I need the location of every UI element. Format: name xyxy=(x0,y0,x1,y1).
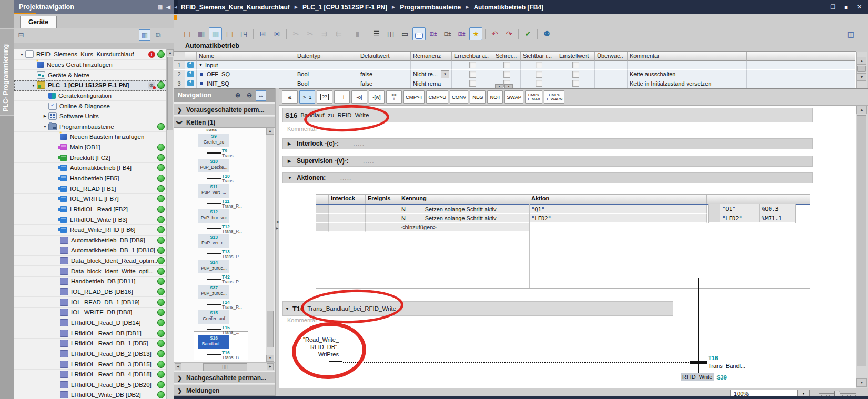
chain-vertical-scrollbar[interactable]: ▲ ▼ xyxy=(266,128,274,362)
kommentar-cell[interactable]: Kette ausschalten xyxy=(628,70,747,79)
defaultwert-cell[interactable]: false xyxy=(358,79,411,89)
breadcrumb-item[interactable]: Automatikbetrieb [FB4] xyxy=(473,4,543,11)
ladder-transition-name[interactable]: Trans_Bandl... xyxy=(708,363,745,369)
step-comment-placeholder[interactable]: Kommentar xyxy=(287,126,317,132)
contact-operand[interactable]: "Read_Write_ RFID_DB". WriPres xyxy=(279,336,339,358)
open-new-editor-icon[interactable]: ⧉ xyxy=(153,29,164,41)
tree-item[interactable]: IOL_WRITE_DB [DB8] xyxy=(14,308,167,318)
variable-row[interactable]: 3INIT_SQBoolfalseNicht remaKette in Init… xyxy=(174,79,856,89)
dropdown-arrow-icon[interactable]: ▼ xyxy=(441,70,449,78)
chain-step-s15[interactable]: S15Greifer_auf xyxy=(198,310,229,324)
expander-down-icon[interactable]: ▼ xyxy=(18,53,25,56)
tree-item[interactable]: IOL_READ_DB [DB16] xyxy=(14,287,167,298)
scrollbar-thumb[interactable] xyxy=(167,57,173,130)
variable-name-cell[interactable]: ▼Input xyxy=(197,61,295,70)
splitter-collapse-down-icon[interactable]: ▼ xyxy=(504,84,513,88)
section-supervision[interactable]: ▶ Supervision -(v)-: ..... xyxy=(282,156,813,167)
transition-header-t16[interactable]: ▼ T16 Trans_Bandlauf_bei_RFID_Write xyxy=(282,301,673,316)
section-aktionen[interactable]: ▼ Aktionen: ..... xyxy=(282,172,813,183)
target-step-name[interactable]: RFID_Write xyxy=(681,373,714,381)
details-view-icon[interactable]: ▦ xyxy=(139,29,150,41)
column-header-datentyp[interactable]: Datentyp xyxy=(295,52,358,61)
tree-item[interactable]: Geräte & Netze xyxy=(14,70,167,80)
chain-transition-t13[interactable]: T13Trans_P... xyxy=(174,249,266,260)
chain-step-s14[interactable]: S14PuP_zurüc... xyxy=(198,260,229,273)
column-header-sichtbar-i-[interactable]: Sichtbar i... xyxy=(521,52,557,61)
cmp-u-button[interactable]: CMP>U xyxy=(426,90,448,104)
column-header--berwac-[interactable]: Überwac.. xyxy=(595,52,628,61)
column-header-schrei-[interactable]: Schrei... xyxy=(493,52,521,61)
variable-name-cell[interactable]: INIT_SQ xyxy=(197,79,295,89)
chain-step-s10[interactable]: S10PuP_Decke... xyxy=(198,159,229,172)
open-all-networks-icon[interactable]: ◫ xyxy=(384,27,397,40)
know-how-protection-icon[interactable]: ⚉ xyxy=(540,27,553,40)
tree-item[interactable]: Main [OB1] xyxy=(14,142,167,153)
operand-row[interactable]: "Q1"%Q0.3 xyxy=(709,204,795,213)
previous-error-icon[interactable]: ↶ xyxy=(488,27,501,40)
checkbox[interactable] xyxy=(572,62,579,68)
expander-down-icon[interactable]: ▼ xyxy=(42,125,48,128)
transition-name[interactable]: Trans_Bandlauf_bei_RFID_Write xyxy=(307,305,396,312)
transition-comment-placeholder[interactable]: Kommentar xyxy=(287,317,317,323)
tree-item[interactable]: LRfidIOL_Write [FB3] xyxy=(14,214,167,225)
split-editor-space-icon[interactable]: ▤ xyxy=(180,27,194,40)
tree-item[interactable]: IOL_READ [FB1] xyxy=(14,183,167,194)
column-header-erreichbar-a-[interactable]: Erreichbar a.. xyxy=(452,52,493,61)
tree-item[interactable]: ▶Software Units xyxy=(14,111,167,122)
scroll-down-icon[interactable]: ▼ xyxy=(857,73,866,81)
tree-item[interactable]: LRfidIOL_Read_DB_3 [DB15] xyxy=(14,359,167,370)
tree-item[interactable]: LRfidIOL_Read_DB_2 [DB13] xyxy=(14,349,167,360)
conv-button[interactable]: CONV xyxy=(450,90,468,104)
task-card-icon[interactable]: ◫ xyxy=(847,29,855,39)
column-header-name[interactable]: Name xyxy=(197,52,295,61)
operand-row[interactable]: "LED2"%M71.1 xyxy=(709,213,795,223)
defaultwert-cell[interactable]: false xyxy=(358,70,411,79)
compare-contact-button[interactable]: ==⊣⊢ xyxy=(386,90,402,104)
breadcrumb-item[interactable]: Programmbausteine xyxy=(400,4,461,11)
column-header-kommentar[interactable]: Kommentar xyxy=(628,52,747,61)
next-error-icon[interactable]: ↷ xyxy=(502,27,516,40)
chain-step-s9[interactable]: S9Greifer_zu xyxy=(198,134,229,147)
chain-transition-t10[interactable]: T10Trans_... xyxy=(174,173,266,184)
cmp-t-button[interactable]: CMP>T xyxy=(403,90,425,104)
tree-item[interactable]: ▼Programmbausteine xyxy=(14,121,167,132)
kennung-cell[interactable]: <hinzufügen> xyxy=(399,223,529,232)
section-vorausgeschaltete[interactable]: ❯ Vorausgeschaltete perm... xyxy=(174,104,275,115)
split-editor-vertically-icon[interactable]: ▥ xyxy=(195,27,208,40)
absolute-operands-icon[interactable]: ☰ xyxy=(370,27,383,40)
ladder-transition-id[interactable]: T16 xyxy=(708,355,718,361)
maximize-window-icon[interactable]: ▦ xyxy=(209,27,222,40)
checkbox[interactable] xyxy=(469,80,476,87)
tree-item[interactable]: IOL_READ_DB_1 [DB19] xyxy=(14,297,167,308)
chain-transition-t15[interactable]: T15Trans_... xyxy=(174,325,266,335)
variable-row[interactable]: 2OFF_SQBoolfalseNicht re...▼Kette aussch… xyxy=(174,70,856,79)
zoom-out-icon[interactable]: ⊖ xyxy=(244,90,255,101)
project-tree-scrollbar[interactable]: ▲ xyxy=(166,49,174,399)
minimize-button[interactable]: — xyxy=(813,4,826,11)
tree-item[interactable]: Handbetrieb_DB [DB11] xyxy=(14,277,167,287)
tree-item[interactable]: Automatikbetrieb [FB4] xyxy=(14,163,167,173)
chain-step-s16[interactable]: S16Bandlauf_... xyxy=(198,335,229,349)
breadcrumb-item[interactable]: PLC_1 [CPU 1512SP F-1 PN] xyxy=(302,4,387,11)
section-interlock[interactable]: ▶ Interlock -(c)-: ..... xyxy=(282,138,813,149)
open-contact-button[interactable]: ⊣ xyxy=(334,90,350,104)
chain-transition-t16[interactable]: T16Trans_B... xyxy=(174,350,266,361)
scroll-up-icon[interactable]: ▲ xyxy=(266,128,274,135)
network-comments-icon[interactable]: ⋯ xyxy=(412,27,426,40)
collapse-navigation-icon[interactable]: ◀ xyxy=(174,0,178,14)
close-all-networks-icon[interactable]: ▭ xyxy=(398,27,411,40)
tree-item[interactable]: Automatikbetrieb_DB [DB9] xyxy=(14,236,167,246)
restore-button[interactable]: ❐ xyxy=(826,4,840,11)
defaultwert-cell[interactable] xyxy=(358,61,411,70)
neg-button[interactable]: NEG xyxy=(470,90,486,104)
scrollbar-thumb[interactable]: |||| xyxy=(203,363,247,371)
scroll-left-icon[interactable]: ◀ xyxy=(175,363,181,370)
tree-item[interactable]: Gerätekonfiguration xyxy=(14,91,167,101)
tree-item[interactable]: IOL_WRITE [FB7] xyxy=(14,194,167,204)
chain-step-s37[interactable]: S37PuP_zurüc... xyxy=(198,285,229,299)
kommentar-cell[interactable]: Kette in Initialzustand versetzen xyxy=(628,79,747,89)
checkbox[interactable] xyxy=(536,80,542,87)
datentyp-cell[interactable]: Bool xyxy=(295,79,358,89)
scroll-down-icon[interactable]: ▼ xyxy=(266,355,274,362)
checkbox[interactable] xyxy=(536,62,542,68)
